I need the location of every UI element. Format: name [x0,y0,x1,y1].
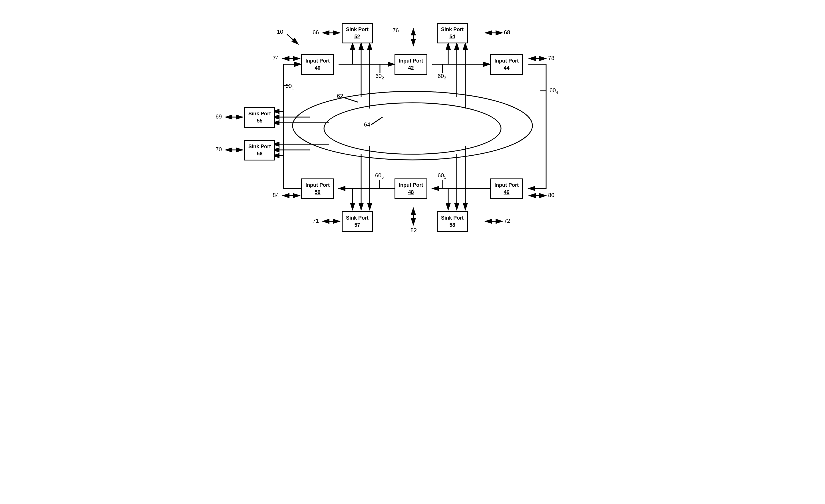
port-number: 40 [305,65,330,72]
port-label: Input Port [399,57,423,65]
ref-66: 66 [313,29,319,36]
ref-62: 62 [337,93,343,99]
port-label: Input Port [305,57,330,65]
port-number: 50 [305,189,330,196]
port-label: Sink Port [441,214,464,222]
sink-port-56: Sink Port 56 [244,140,275,160]
sink-port-58: Sink Port 58 [437,211,468,232]
port-number: 52 [346,33,369,40]
port-number: 42 [399,65,423,72]
port-number: 56 [248,150,271,157]
diagram-svg [213,11,612,254]
port-label: Input Port [495,57,519,65]
input-port-50: Input Port 50 [301,178,334,199]
svg-line-4 [287,34,298,44]
sink-port-57: Sink Port 57 [342,211,373,232]
port-label: Input Port [495,182,519,189]
svg-point-0 [293,91,532,160]
port-label: Sink Port [346,26,369,33]
input-port-40: Input Port 40 [301,54,334,75]
port-label: Sink Port [346,214,369,222]
port-number: 55 [248,117,271,125]
port-label: Sink Port [441,26,464,33]
port-label: Input Port [305,182,330,189]
port-number: 58 [441,222,464,229]
input-port-44: Input Port 44 [490,54,523,75]
ref-68: 68 [504,29,510,36]
ref-602: 602 [375,73,384,80]
port-number: 54 [441,33,464,40]
ref-604: 604 [549,87,558,94]
sink-port-52: Sink Port 52 [342,23,373,44]
ref-601: 601 [286,83,294,90]
input-port-46: Input Port 46 [490,178,523,199]
ref-84: 84 [273,192,279,199]
svg-line-3 [371,117,382,125]
port-label: Sink Port [248,143,271,150]
ref-82: 82 [410,227,417,234]
ref-78: 78 [548,55,554,61]
port-number: 57 [346,222,369,229]
port-label: Input Port [399,182,423,189]
ref-72: 72 [504,218,510,224]
diagram-container: Sink Port 52 Sink Port 54 Input Port 40 … [213,11,612,254]
sink-port-54: Sink Port 54 [437,23,468,44]
ref-76: 76 [392,27,399,34]
ref-10: 10 [277,28,283,35]
port-label: Sink Port [248,110,271,117]
svg-line-2 [344,98,358,102]
ref-606: 606 [375,172,384,179]
ref-80: 80 [548,192,554,199]
input-port-42: Input Port 42 [394,54,427,75]
ref-605: 605 [438,172,446,179]
ref-74: 74 [273,55,279,61]
port-number: 46 [495,189,519,196]
ref-603: 603 [438,73,446,80]
input-port-48: Input Port 48 [394,178,427,199]
ref-64: 64 [364,121,370,128]
ref-69: 69 [216,114,222,120]
ref-70: 70 [216,146,222,153]
svg-point-1 [324,103,501,154]
ref-71: 71 [313,218,319,224]
port-number: 48 [399,189,423,196]
sink-port-55: Sink Port 55 [244,107,275,128]
port-number: 44 [495,65,519,72]
